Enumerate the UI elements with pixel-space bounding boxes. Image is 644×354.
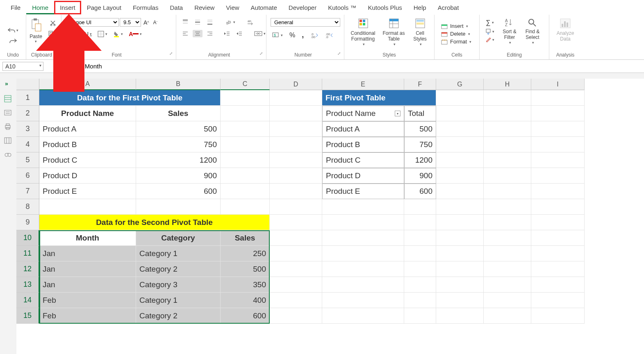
cell[interactable]: [221, 168, 270, 184]
cell[interactable]: [531, 90, 585, 106]
cell[interactable]: [436, 293, 484, 308]
cell[interactable]: Sales: [221, 230, 270, 246]
increase-indent-button[interactable]: [234, 30, 244, 37]
cell[interactable]: [531, 293, 585, 308]
menu-data[interactable]: Data: [164, 1, 189, 14]
row-head-4[interactable]: 4: [16, 137, 39, 152]
menu-help[interactable]: Help: [408, 1, 432, 14]
cell[interactable]: [531, 106, 585, 121]
cell[interactable]: [270, 277, 322, 293]
col-head-H[interactable]: H: [484, 79, 531, 90]
cell-styles-button[interactable]: Cell Styles: [409, 16, 431, 48]
cell[interactable]: Sales: [136, 106, 221, 121]
cell[interactable]: [484, 215, 531, 230]
cell[interactable]: [270, 293, 322, 308]
cell[interactable]: Month: [39, 230, 136, 246]
cell[interactable]: [404, 308, 436, 324]
col-head-G[interactable]: G: [436, 79, 484, 90]
cell[interactable]: [221, 121, 270, 137]
cell[interactable]: [270, 199, 322, 215]
row-head-5[interactable]: 5: [16, 152, 39, 168]
cell[interactable]: [404, 215, 436, 230]
cell[interactable]: Category 2: [136, 308, 221, 324]
cell[interactable]: [270, 261, 322, 277]
insert-cells-button[interactable]: Insert▾: [439, 23, 471, 30]
menu-developer[interactable]: Developer: [283, 1, 322, 14]
cell[interactable]: [436, 152, 484, 168]
cell[interactable]: Total: [404, 106, 436, 121]
name-box[interactable]: A10: [2, 62, 43, 71]
cell[interactable]: [484, 168, 531, 184]
cell[interactable]: [531, 199, 585, 215]
cell[interactable]: [270, 215, 322, 230]
paste-button[interactable]: Paste ▾: [28, 16, 44, 45]
font-launcher-icon[interactable]: ⤢: [169, 51, 173, 59]
cell[interactable]: [270, 308, 322, 324]
col-head-F[interactable]: F: [404, 79, 436, 90]
cell[interactable]: Product Name: [39, 106, 136, 121]
cell[interactable]: [484, 246, 531, 261]
columns-icon[interactable]: [4, 137, 11, 144]
cell[interactable]: 900: [136, 168, 221, 184]
cell[interactable]: [436, 121, 484, 137]
col-head-A[interactable]: A: [39, 79, 136, 90]
align-center-button[interactable]: [193, 30, 203, 37]
cell[interactable]: [484, 121, 531, 137]
cell[interactable]: First Pivot Table: [322, 90, 436, 106]
align-right-button[interactable]: [205, 30, 215, 37]
cell[interactable]: [322, 277, 404, 293]
cut-button[interactable]: [46, 19, 59, 27]
cell[interactable]: [270, 106, 322, 121]
borders-button[interactable]: [96, 30, 109, 38]
row-head-15[interactable]: 15: [16, 308, 39, 324]
cell[interactable]: [531, 308, 585, 324]
cell[interactable]: Product E: [322, 184, 404, 199]
cell[interactable]: [270, 246, 322, 261]
menu-insert[interactable]: Insert: [54, 1, 81, 14]
select-all-cell[interactable]: [16, 79, 39, 90]
cell[interactable]: 1200: [136, 152, 221, 168]
percent-button[interactable]: %: [288, 31, 297, 40]
autosum-button[interactable]: ∑: [484, 18, 496, 27]
cell[interactable]: [270, 90, 322, 106]
cell[interactable]: [484, 152, 531, 168]
cell[interactable]: Data for the First Pivot Table: [39, 90, 221, 106]
find-select-button[interactable]: Find & Select: [521, 16, 544, 47]
fill-button[interactable]: [484, 28, 496, 35]
row-head-2[interactable]: 2: [16, 106, 39, 121]
cell[interactable]: [531, 215, 585, 230]
merge-center-button[interactable]: [253, 30, 267, 38]
cell[interactable]: Feb: [39, 293, 136, 308]
cell[interactable]: [531, 246, 585, 261]
cell[interactable]: Jan: [39, 261, 136, 277]
cell[interactable]: [436, 199, 484, 215]
increase-font-button[interactable]: A^: [142, 18, 151, 27]
underline-button[interactable]: U: [83, 30, 93, 38]
cell[interactable]: Product B: [39, 137, 136, 152]
cell[interactable]: Category 1: [136, 293, 221, 308]
wrap-text-button[interactable]: ab: [245, 18, 257, 26]
row-head-11[interactable]: 11: [16, 246, 39, 261]
cell[interactable]: [404, 230, 436, 246]
cell[interactable]: [531, 168, 585, 184]
cell[interactable]: 600: [404, 184, 436, 199]
align-top-button[interactable]: [180, 18, 190, 26]
cell[interactable]: [484, 106, 531, 121]
cell[interactable]: [484, 308, 531, 324]
conditional-formatting-button[interactable]: Conditional Formatting: [348, 16, 379, 48]
bold-button[interactable]: B: [66, 30, 73, 38]
cell[interactable]: [436, 168, 484, 184]
font-name-select[interactable]: Segoe UI: [66, 18, 119, 27]
cell[interactable]: [270, 184, 322, 199]
cell[interactable]: Feb: [39, 308, 136, 324]
align-left-button[interactable]: [180, 30, 190, 37]
cell[interactable]: [221, 90, 270, 106]
cell[interactable]: Category 1: [136, 246, 221, 261]
cell[interactable]: [322, 246, 404, 261]
format-cells-button[interactable]: Format▾: [439, 38, 474, 45]
cell[interactable]: [484, 90, 531, 106]
col-head-I[interactable]: I: [531, 79, 585, 90]
accounting-format-button[interactable]: $: [271, 31, 284, 39]
cell[interactable]: [531, 261, 585, 277]
decrease-font-button[interactable]: Aˇ: [152, 19, 159, 26]
